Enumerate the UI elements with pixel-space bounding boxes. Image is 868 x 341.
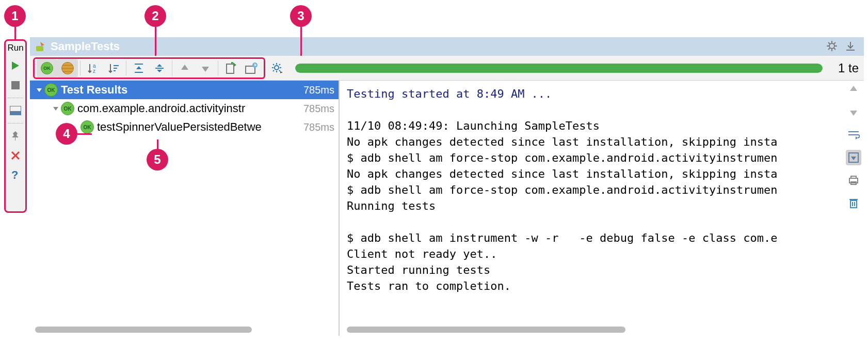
ignored-badge-icon (61, 62, 74, 74)
svg-rect-30 (227, 64, 234, 73)
console-output[interactable]: Testing started at 8:49 AM ... 11/10 08:… (340, 81, 841, 336)
callout-2: 2 (144, 5, 166, 27)
svg-marker-47 (53, 107, 58, 111)
tree-root-duration: 785ms (303, 84, 339, 96)
disclosure-triangle-icon[interactable] (34, 86, 44, 94)
ok-badge-icon: OK (41, 62, 53, 74)
export-results-button[interactable] (220, 59, 241, 78)
console-right-bar (843, 82, 864, 211)
tree-test-duration: 785ms (303, 121, 339, 133)
svg-marker-31 (234, 63, 236, 67)
tree-test-label: testSpinnerValuePersistedBetwe (97, 120, 262, 134)
test-count-label: 1 te (833, 61, 864, 75)
expand-all-button[interactable] (149, 59, 170, 78)
svg-marker-29 (202, 67, 209, 72)
svg-text:z: z (93, 68, 95, 74)
up-stack-button[interactable] (846, 82, 861, 97)
sort-duration-button[interactable] (103, 59, 124, 78)
svg-marker-45 (280, 71, 283, 73)
svg-rect-1 (11, 81, 20, 89)
prev-failed-button[interactable] (174, 59, 195, 78)
svg-marker-0 (12, 61, 19, 70)
separator (126, 60, 126, 76)
rerun-button[interactable] (8, 58, 23, 73)
ok-badge-icon: OK (81, 120, 94, 134)
callout-2-stem (155, 27, 156, 56)
svg-marker-46 (37, 88, 42, 92)
close-button[interactable] (8, 148, 23, 163)
callout-4-stem (77, 133, 92, 135)
svg-marker-48 (850, 86, 857, 91)
run-config-title: SampleTests (51, 40, 120, 53)
callout-1: 1 (4, 5, 26, 27)
callout-5: 5 (147, 149, 168, 171)
svg-line-42 (279, 70, 280, 71)
callout-3: 3 (290, 5, 312, 27)
header-download-icon[interactable] (845, 41, 857, 52)
svg-marker-52 (856, 136, 858, 140)
svg-line-15 (828, 48, 830, 50)
test-toolbar-row: OK az (30, 56, 864, 81)
stop-button[interactable] (8, 78, 23, 92)
svg-marker-49 (850, 111, 857, 116)
console-horizontal-scrollbar[interactable] (347, 327, 625, 333)
layout-button[interactable] (8, 103, 23, 118)
disclosure-triangle-icon[interactable] (51, 105, 61, 112)
svg-point-7 (829, 43, 834, 49)
svg-rect-58 (850, 200, 857, 208)
svg-marker-6 (40, 42, 44, 46)
print-button[interactable] (846, 173, 861, 188)
svg-rect-3 (10, 111, 21, 115)
separator (218, 60, 218, 76)
callout-4: 4 (56, 123, 77, 145)
import-results-button[interactable] (241, 59, 262, 78)
console-body: 11/10 08:49:49: Launching SampleTests No… (347, 119, 777, 292)
run-tab-label: Run (7, 43, 23, 53)
tree-class-row[interactable]: OK com.example.android.activityinstr 785… (30, 99, 339, 118)
separator (8, 123, 23, 123)
android-run-icon (35, 41, 46, 52)
tree-horizontal-scrollbar[interactable] (35, 327, 252, 333)
collapse-all-button[interactable] (128, 59, 149, 78)
show-passed-button[interactable]: OK (37, 59, 57, 78)
clear-all-button[interactable] (846, 195, 861, 211)
test-settings-button[interactable] (269, 60, 285, 76)
help-button[interactable]: ? (8, 168, 23, 182)
svg-point-36 (275, 66, 279, 70)
sort-alpha-button[interactable]: az (83, 59, 103, 78)
main-area: OK Test Results 785ms OK com.example.and… (30, 81, 841, 336)
next-failed-button[interactable] (195, 59, 216, 78)
soft-wrap-button[interactable] (846, 127, 861, 143)
down-stack-button[interactable] (846, 104, 861, 120)
svg-line-43 (279, 64, 280, 65)
show-ignored-button[interactable] (57, 59, 78, 78)
test-toolbar: OK az (33, 57, 265, 79)
callout-5-stem (157, 140, 158, 150)
console-first-line: Testing started at 8:49 AM ... (347, 87, 552, 100)
separator (80, 60, 81, 76)
separator (8, 98, 23, 98)
scroll-to-end-button[interactable] (846, 150, 861, 165)
tree-root-row[interactable]: OK Test Results 785ms (30, 81, 339, 99)
svg-line-12 (828, 42, 830, 44)
run-tool-window-left-bar: Run ? (4, 39, 27, 213)
test-tree-pane[interactable]: OK Test Results 785ms OK com.example.and… (30, 81, 340, 336)
callout-1-stem (14, 27, 16, 39)
svg-rect-5 (36, 46, 43, 51)
svg-marker-54 (851, 157, 856, 160)
svg-marker-28 (181, 65, 188, 70)
separator (172, 60, 172, 76)
tree-class-duration: 785ms (303, 103, 339, 115)
header-settings-icon[interactable] (827, 41, 838, 52)
svg-rect-56 (851, 176, 856, 178)
svg-line-41 (273, 64, 274, 65)
svg-line-44 (273, 70, 274, 71)
tree-class-label: com.example.android.activityinstr (77, 102, 245, 115)
tree-root-label: Test Results (61, 83, 127, 97)
progress-fill (295, 64, 823, 73)
svg-marker-27 (157, 70, 162, 72)
svg-marker-23 (136, 66, 141, 69)
pin-button[interactable] (8, 129, 23, 143)
callout-3-stem (300, 27, 302, 56)
svg-marker-26 (157, 64, 162, 67)
